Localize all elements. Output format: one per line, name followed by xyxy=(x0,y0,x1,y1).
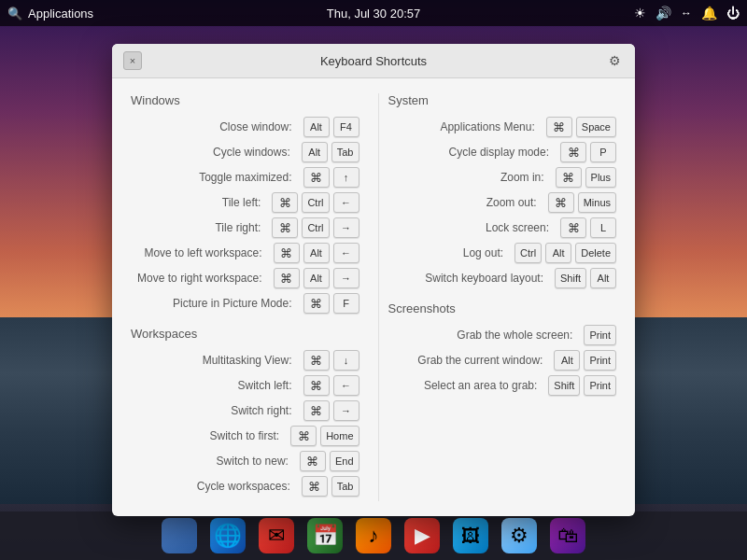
shortcut-label: Switch left: xyxy=(131,379,300,392)
key-super: ⌘ xyxy=(548,192,574,213)
shortcut-row: Log out: Ctrl Alt Delete xyxy=(388,243,617,263)
windows-heading: Windows xyxy=(131,93,359,107)
key-down: ↓ xyxy=(333,350,359,371)
left-column: Windows Close window: Alt F4 Cycle windo… xyxy=(131,93,378,501)
shortcut-label: Switch to new: xyxy=(131,455,296,468)
shortcut-label: Grab the whole screen: xyxy=(388,329,581,342)
key-f: F xyxy=(333,293,359,314)
workspaces-section: Workspaces Multitasking View: ⌘ ↓ Switch… xyxy=(131,327,359,497)
shortcut-label: Select an area to grab: xyxy=(388,379,545,392)
key-minus: Minus xyxy=(578,192,616,213)
workspaces-heading: Workspaces xyxy=(131,327,359,341)
key-super: ⌘ xyxy=(290,426,317,446)
key-shift: Shift xyxy=(548,375,580,396)
key-super: ⌘ xyxy=(303,350,330,371)
key-super: ⌘ xyxy=(303,400,330,421)
shortcut-label: Switch right: xyxy=(131,404,300,417)
shortcut-row: Switch left: ⌘ ← xyxy=(131,375,359,396)
shortcut-label: Grab the current window: xyxy=(388,354,551,367)
key-left: ← xyxy=(333,375,359,396)
shortcut-label: Log out: xyxy=(388,246,512,259)
key-super: ⌘ xyxy=(560,217,586,238)
key-super: ⌘ xyxy=(546,117,572,137)
shortcut-row: Picture in Picture Mode: ⌘ F xyxy=(131,293,359,314)
key-ctrl: Ctrl xyxy=(302,192,329,213)
key-alt: Alt xyxy=(302,142,328,162)
key-l: L xyxy=(590,217,616,238)
shortcut-label: Multitasking View: xyxy=(131,354,300,367)
shortcut-row: Switch to first: ⌘ Home xyxy=(131,426,359,446)
system-heading: System xyxy=(388,93,617,107)
key-super: ⌘ xyxy=(556,167,582,188)
shortcut-row: Grab the current window: Alt Print xyxy=(388,350,617,371)
shortcut-row: Tile right: ⌘ Ctrl → xyxy=(131,217,359,238)
key-p: P xyxy=(590,142,616,162)
keyboard-shortcuts-dialog: × Keyboard Shortcuts ⚙ Windows Close win… xyxy=(112,44,635,516)
key-alt: Alt xyxy=(303,268,330,288)
shortcut-row: Grab the whole screen: Print xyxy=(388,325,617,345)
shortcut-label: Tile left: xyxy=(131,196,268,209)
dialog-backdrop: × Keyboard Shortcuts ⚙ Windows Close win… xyxy=(0,0,747,560)
key-left: ← xyxy=(333,243,359,263)
dialog-content: Windows Close window: Alt F4 Cycle windo… xyxy=(112,78,635,516)
key-super: ⌘ xyxy=(303,293,330,314)
shortcut-label: Picture in Picture Mode: xyxy=(131,297,300,310)
key-alt: Alt xyxy=(590,268,616,288)
shortcut-row: Zoom in: ⌘ Plus xyxy=(388,167,617,188)
key-delete: Delete xyxy=(575,243,616,263)
key-alt: Alt xyxy=(303,243,330,263)
shortcut-label: Move to left workspace: xyxy=(131,246,270,259)
shortcut-row: Move to left workspace: ⌘ Alt ← xyxy=(131,243,359,263)
dialog-titlebar: × Keyboard Shortcuts ⚙ xyxy=(112,44,635,78)
screenshots-section: Screenshots Grab the whole screen: Print… xyxy=(388,301,617,396)
key-super: ⌘ xyxy=(272,217,298,238)
key-alt: Alt xyxy=(554,350,580,371)
key-print: Print xyxy=(584,350,616,371)
shortcut-label: Toggle maximized: xyxy=(131,171,300,184)
key-ctrl: Ctrl xyxy=(514,243,542,263)
shortcut-row: Toggle maximized: ⌘ ↑ xyxy=(131,167,359,188)
shortcut-label: Tile right: xyxy=(131,221,268,234)
key-print: Print xyxy=(584,325,616,345)
shortcut-label: Lock screen: xyxy=(388,221,557,234)
shortcut-label: Zoom out: xyxy=(388,196,544,209)
key-super: ⌘ xyxy=(560,142,586,162)
shortcut-label: Cycle display mode: xyxy=(388,146,557,159)
shortcut-label: Close window: xyxy=(131,120,300,133)
shortcut-row: Cycle workspaces: ⌘ Tab xyxy=(131,476,359,497)
windows-section: Windows Close window: Alt F4 Cycle windo… xyxy=(131,93,359,314)
shortcut-row: Switch right: ⌘ → xyxy=(131,400,359,421)
shortcut-row: Select an area to grab: Shift Print xyxy=(388,375,617,396)
key-space: Space xyxy=(576,117,616,137)
key-right: → xyxy=(333,268,359,288)
shortcut-row: Switch to new: ⌘ End xyxy=(131,451,359,471)
shortcut-label: Zoom in: xyxy=(388,171,552,184)
shortcut-label: Applications Menu: xyxy=(388,120,543,133)
shortcut-row: Move to right workspace: ⌘ Alt → xyxy=(131,268,359,288)
key-super: ⌘ xyxy=(272,192,298,213)
key-f4: F4 xyxy=(333,117,359,137)
shortcut-label: Switch to first: xyxy=(131,429,287,442)
shortcut-row: Tile left: ⌘ Ctrl ← xyxy=(131,192,359,213)
key-end: End xyxy=(330,451,359,471)
shortcut-label: Move to right workspace: xyxy=(131,272,270,285)
dialog-close-button[interactable]: × xyxy=(123,51,142,70)
shortcut-label: Switch keyboard layout: xyxy=(388,272,551,285)
key-right: → xyxy=(333,400,359,421)
shortcut-label: Cycle windows: xyxy=(131,146,298,159)
key-super: ⌘ xyxy=(274,243,300,263)
key-super: ⌘ xyxy=(303,375,330,396)
key-up: ↑ xyxy=(333,167,359,188)
shortcut-row: Switch keyboard layout: Shift Alt xyxy=(388,268,617,288)
key-alt: Alt xyxy=(545,243,571,263)
shortcut-label: Cycle workspaces: xyxy=(131,480,298,493)
key-print: Print xyxy=(584,375,616,396)
shortcut-row: Lock screen: ⌘ L xyxy=(388,217,617,238)
key-super: ⌘ xyxy=(303,167,330,188)
dialog-title: Keyboard Shortcuts xyxy=(142,54,605,68)
dialog-gear-button[interactable]: ⚙ xyxy=(605,51,624,70)
key-tab: Tab xyxy=(331,476,359,497)
key-super: ⌘ xyxy=(300,451,326,471)
key-left: ← xyxy=(333,192,359,213)
screenshots-heading: Screenshots xyxy=(388,301,617,315)
